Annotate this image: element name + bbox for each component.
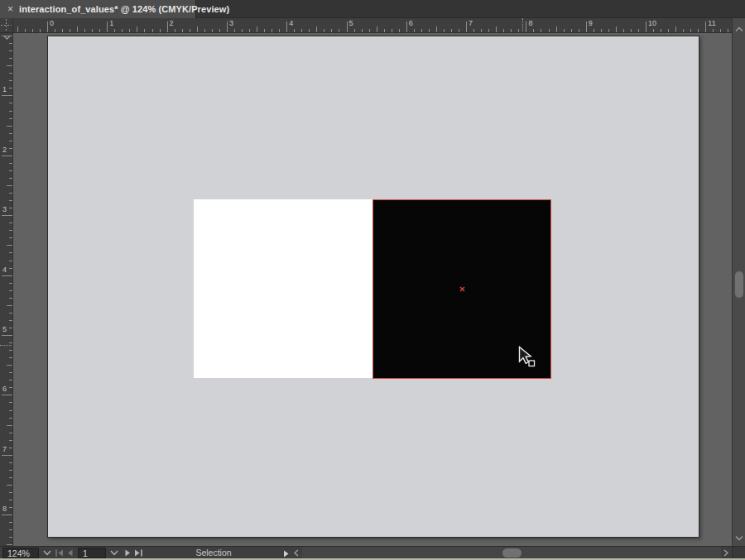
ruler-label: 3 <box>229 20 233 27</box>
ruler-tick <box>137 26 137 32</box>
ruler-tick <box>339 29 339 32</box>
ruler-tick <box>9 418 12 419</box>
ruler-tick <box>556 26 557 32</box>
ruler-tick <box>369 29 370 32</box>
ruler-tick <box>99 29 100 32</box>
artboard-number-field[interactable]: 1 <box>78 548 106 558</box>
status-display[interactable]: Selection <box>149 548 278 558</box>
ruler-tick <box>9 320 12 321</box>
ruler-tick <box>579 29 579 32</box>
ruler-tick <box>2 275 12 276</box>
horizontal-scrollbar-thumb[interactable] <box>502 548 522 558</box>
ruler-tick <box>392 29 392 32</box>
ruler-tick <box>7 65 12 66</box>
ruler-label: 4 <box>2 266 7 274</box>
ruler-tick <box>9 433 12 433</box>
chevron-down-icon[interactable] <box>43 549 51 556</box>
ruler-tick <box>9 73 12 74</box>
ruler-tick <box>286 22 287 32</box>
ruler-tick <box>347 22 348 32</box>
ruler-tick <box>294 29 295 32</box>
ruler-tick <box>122 29 123 32</box>
ruler-tick <box>9 470 12 471</box>
ruler-tick <box>473 29 474 32</box>
vertical-scrollbar-thumb[interactable] <box>735 271 743 298</box>
ruler-tick <box>2 215 12 216</box>
ruler-tick <box>219 29 220 32</box>
ruler-tick <box>9 208 12 208</box>
scroll-right-icon[interactable] <box>723 549 729 557</box>
ruler-label: 5 <box>2 326 7 333</box>
ruler-tick <box>7 245 12 246</box>
scroll-left-icon[interactable] <box>293 549 300 557</box>
ruler-tick <box>9 178 12 179</box>
zoom-level-field[interactable]: 124% <box>2 548 39 558</box>
ruler-tick <box>114 29 115 32</box>
ruler-tick <box>301 29 302 32</box>
close-icon[interactable]: × <box>7 4 13 14</box>
ruler-tick <box>32 29 33 32</box>
ruler-tick <box>84 29 85 32</box>
ruler-tick <box>384 29 385 32</box>
ruler-label: 7 <box>469 20 473 27</box>
ruler-tick <box>9 170 12 171</box>
ruler-tick <box>40 29 41 32</box>
next-artboard-icon[interactable] <box>124 549 132 557</box>
ruler-tick <box>212 29 213 32</box>
ruler-tick <box>503 29 504 32</box>
ruler-tick <box>9 148 12 149</box>
pointer-position-marker <box>0 345 13 346</box>
horizontal-scrollbar[interactable] <box>302 547 721 559</box>
ruler-tick <box>9 223 12 223</box>
vertical-scrollbar[interactable] <box>732 18 745 546</box>
ruler-label: 7 <box>2 446 7 453</box>
previous-artboard-icon[interactable] <box>66 549 74 557</box>
canvas-pasteboard[interactable] <box>13 33 732 546</box>
ruler-tick <box>2 515 12 515</box>
ruler-tick <box>541 29 541 32</box>
ruler-tick <box>9 298 12 299</box>
ruler-tick <box>47 22 48 32</box>
ruler-tick <box>653 29 654 32</box>
ruler-tick <box>526 22 526 32</box>
last-artboard-icon[interactable] <box>134 549 143 557</box>
ruler-tick <box>518 29 519 32</box>
ruler-tick <box>9 313 12 314</box>
ruler-tick <box>279 29 280 32</box>
ruler-tick <box>646 22 646 32</box>
ruler-tick <box>9 448 12 448</box>
ruler-label: 6 <box>2 385 7 393</box>
ruler-tick <box>9 163 12 164</box>
ruler-tick <box>9 268 12 269</box>
ruler-tick <box>9 537 12 538</box>
ruler-tick <box>9 522 12 523</box>
ruler-tick <box>488 29 489 32</box>
horizontal-ruler[interactable]: 01234567891011 <box>13 18 732 33</box>
ruler-tick <box>631 29 632 32</box>
ruler-label: 2 <box>2 146 7 154</box>
ruler-tick <box>459 29 459 32</box>
ruler-tick <box>466 22 467 32</box>
ruler-label: 6 <box>409 20 413 27</box>
ruler-tick <box>7 485 12 486</box>
flyout-triangle-icon[interactable] <box>283 550 289 558</box>
ruler-origin-corner[interactable] <box>0 18 13 33</box>
ruler-tick <box>2 95 12 96</box>
first-artboard-icon[interactable] <box>55 549 64 557</box>
vertical-ruler[interactable]: 12345678 <box>0 33 13 546</box>
selection-tool-cursor-icon <box>518 346 536 367</box>
ruler-tick <box>571 29 572 32</box>
ruler-tick <box>257 26 257 32</box>
white-rectangle-object[interactable] <box>194 199 372 378</box>
ruler-tick <box>9 492 12 493</box>
scroll-down-icon[interactable] <box>735 535 743 541</box>
scroll-up-icon[interactable] <box>735 26 743 32</box>
document-tab[interactable]: × interaction_of_values* @ 124% (CMYK/Pr… <box>0 0 196 18</box>
ruler-tick <box>675 26 676 32</box>
chevron-down-icon[interactable] <box>110 549 118 556</box>
ruler-tick <box>9 372 12 373</box>
ruler-tick <box>444 29 445 32</box>
chevron-down-icon <box>3 35 11 41</box>
ruler-tick <box>2 335 12 336</box>
ruler-tick <box>9 402 12 403</box>
